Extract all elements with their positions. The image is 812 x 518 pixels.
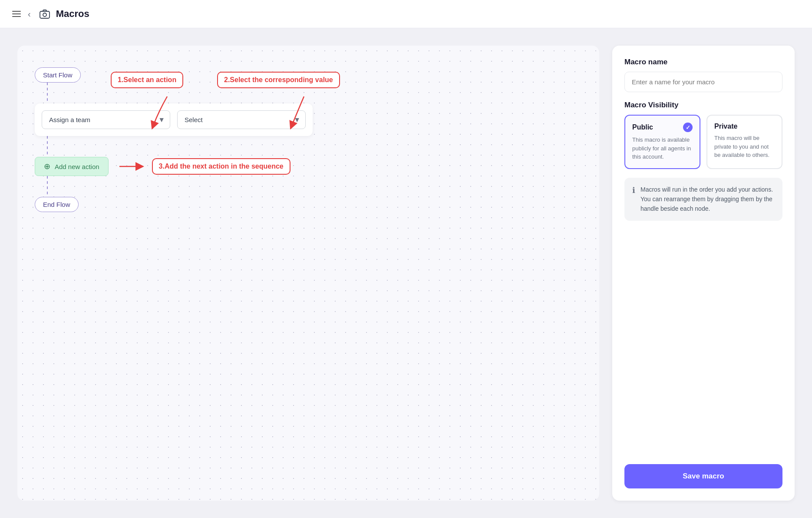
info-icon: ℹ: [632, 186, 635, 195]
action-row: Assign a team ▼ Select ▼: [35, 103, 313, 136]
svg-rect-0: [40, 11, 50, 18]
private-title: Private: [714, 123, 775, 130]
connector-start: [47, 83, 48, 103]
visibility-label: Macro Visibility: [624, 101, 782, 110]
main-content: 1.Select an action 2.Select the correspo…: [0, 28, 812, 518]
macros-icon: [39, 8, 51, 20]
info-text: Macros will run in the order you add you…: [640, 185, 775, 214]
annotation-select-action: 1.Select an action: [111, 72, 183, 88]
add-icon: ⊕: [44, 162, 50, 171]
macro-name-input[interactable]: [624, 72, 782, 92]
info-box: ℹ Macros will run in the order you add y…: [624, 178, 782, 221]
panel-card: Macro name Macro Visibility Public ✓ Thi…: [612, 46, 795, 501]
macro-name-label: Macro name: [624, 58, 782, 66]
add-new-action-button[interactable]: ⊕ Add new action: [35, 157, 109, 176]
connector-action: [47, 136, 48, 157]
spacer: [624, 229, 782, 455]
page-title: Macros: [56, 8, 89, 20]
public-desc: This macro is available publicly for all…: [632, 136, 693, 161]
macro-name-section: Macro name: [624, 58, 782, 92]
arrow-annotation1: [145, 94, 172, 129]
start-flow-node: Start Flow: [35, 67, 81, 83]
flow-canvas: 1.Select an action 2.Select the correspo…: [17, 46, 599, 501]
macro-visibility-section: Macro Visibility Public ✓ This macro is …: [624, 101, 782, 169]
private-desc: This macro will be private to you and no…: [714, 134, 775, 159]
visibility-private[interactable]: Private This macro will be private to yo…: [706, 115, 782, 169]
public-check-icon: ✓: [683, 123, 693, 132]
hamburger-menu[interactable]: [12, 11, 21, 17]
connector-end: [47, 176, 48, 197]
arrow-annotation2: [282, 94, 308, 129]
public-title: Public ✓: [632, 123, 693, 132]
save-macro-button[interactable]: Save macro: [624, 464, 782, 488]
right-panel: Macro name Macro Visibility Public ✓ Thi…: [612, 46, 795, 501]
visibility-public[interactable]: Public ✓ This macro is available publicl…: [624, 115, 700, 169]
end-flow-node: End Flow: [35, 197, 79, 212]
annotation-add-action: 3.Add the next action in the sequence: [152, 158, 290, 175]
back-button[interactable]: ‹: [28, 9, 31, 19]
annotation-corresponding-value: 2.Select the corresponding value: [217, 72, 340, 88]
arrow-annotation3: [117, 160, 143, 173]
top-nav: ‹ Macros: [0, 0, 812, 28]
svg-point-1: [43, 13, 46, 17]
visibility-options: Public ✓ This macro is available publicl…: [624, 115, 782, 169]
